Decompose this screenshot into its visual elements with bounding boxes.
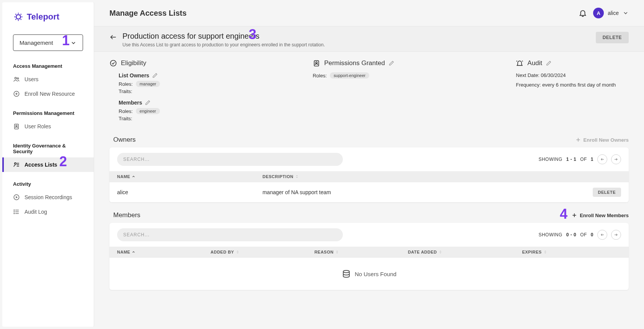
owners-prev-page[interactable]	[597, 154, 607, 164]
sidebar: Teleport Management 1 Access Management …	[2, 2, 94, 327]
pencil-icon[interactable]	[152, 73, 158, 78]
list-icon	[13, 208, 20, 215]
members-panel: Members Enroll New Members 4 SHOWING 0 -…	[109, 211, 629, 290]
plus-icon	[571, 212, 577, 218]
svg-point-8	[15, 163, 16, 165]
sort-icon	[439, 250, 442, 254]
callout-1: 1	[62, 33, 70, 49]
audit-title: Audit	[527, 59, 542, 67]
nav-heading-perms: Permissions Management	[2, 106, 94, 119]
members-search-input[interactable]	[117, 228, 343, 241]
table-row: alice manager of NA support team DELETE	[109, 182, 629, 203]
nav-item-session-recordings[interactable]: Session Recordings	[2, 190, 94, 205]
svg-marker-13	[16, 196, 18, 198]
members-empty-text: No Users Found	[355, 271, 396, 277]
pencil-icon[interactable]	[389, 61, 394, 66]
owner-row-delete-button[interactable]: DELETE	[593, 188, 621, 197]
permissions-roles-chip: support-engineer	[330, 72, 369, 79]
back-arrow-icon[interactable]	[109, 33, 117, 41]
permissions-section: Permissions Granted Roles: support-engin…	[313, 59, 501, 80]
badge-icon	[313, 59, 320, 67]
audit-frequency-label: Frequency:	[516, 82, 541, 88]
sort-asc-icon	[132, 250, 135, 254]
pencil-icon[interactable]	[145, 100, 150, 105]
permissions-roles-label: Roles:	[313, 73, 327, 79]
access-list-title: Production access for support engineers	[122, 32, 325, 41]
svg-point-18	[14, 211, 15, 212]
nav-item-access-lists[interactable]: Access Lists 2	[2, 157, 94, 172]
sort-asc-icon	[132, 175, 135, 178]
owners-col-description[interactable]: DESCRIPTION	[255, 171, 585, 182]
members-next-page[interactable]	[611, 230, 621, 240]
owners-roles-label: Roles:	[119, 81, 133, 87]
nav-item-label: Session Recordings	[24, 194, 72, 200]
members-prev-page[interactable]	[597, 230, 607, 240]
pencil-icon[interactable]	[546, 61, 551, 66]
audit-next-date-value: 06/30/2024	[541, 72, 566, 78]
eligibility-section: Eligibility List Owners Roles: manager T…	[109, 59, 297, 127]
enroll-members-button[interactable]: Enroll New Members	[571, 212, 629, 218]
nav-item-audit-log[interactable]: Audit Log	[2, 205, 94, 219]
members-col-added-by[interactable]: ADDED BY	[203, 247, 307, 258]
play-circle-icon	[13, 194, 20, 201]
users-icon	[13, 76, 20, 83]
check-circle-icon	[109, 59, 117, 67]
sort-icon	[236, 250, 240, 254]
nav-item-label: Audit Log	[24, 209, 47, 215]
members-col-date-added[interactable]: DATE ADDED	[400, 247, 515, 258]
nav-item-label: User Roles	[24, 123, 51, 129]
nav-mode-label: Management	[20, 39, 53, 46]
eligibility-title: Eligibility	[121, 59, 146, 67]
owners-title: Owners	[113, 136, 136, 144]
audit-frequency-value: every 6 months first day of month	[542, 82, 616, 88]
owners-col-name[interactable]: NAME	[109, 171, 255, 182]
svg-point-34	[343, 270, 349, 273]
plus-icon	[575, 137, 581, 143]
svg-point-23	[316, 62, 317, 63]
teleport-logo-icon	[13, 11, 24, 22]
nav-item-user-roles[interactable]: User Roles	[2, 119, 94, 134]
audit-next-date-label: Next Date:	[516, 72, 539, 78]
svg-point-2	[17, 78, 19, 79]
owners-search-input[interactable]	[117, 153, 343, 166]
enroll-owners-label: Enroll New Owners	[584, 137, 629, 143]
delete-access-list-button[interactable]: DELETE	[596, 32, 629, 43]
badge-icon	[13, 123, 20, 130]
members-col-name[interactable]: NAME	[109, 247, 203, 258]
enroll-owners-button[interactable]: Enroll New Owners	[575, 137, 629, 143]
svg-point-17	[14, 210, 15, 211]
chevron-down-icon	[70, 40, 77, 46]
chevron-down-icon	[623, 10, 629, 16]
nav-item-label: Enroll New Resource	[24, 91, 75, 97]
avatar: A	[593, 8, 604, 18]
members-col-expires[interactable]: EXPIRES	[514, 247, 629, 258]
permissions-title: Permissions Granted	[324, 59, 385, 67]
svg-point-0	[16, 15, 21, 19]
members-roles-label: Roles:	[119, 108, 133, 114]
owner-desc-cell: manager of NA support team	[255, 182, 585, 203]
brand-name: Teleport	[27, 12, 59, 22]
svg-point-1	[15, 77, 17, 79]
owners-next-page[interactable]	[611, 154, 621, 164]
owners-roles-chip: manager	[136, 81, 160, 87]
members-col-reason[interactable]: REASON	[307, 247, 400, 258]
notifications-icon[interactable]	[579, 9, 587, 17]
audit-section: Audit Next Date: 06/30/2024 Frequency: e…	[516, 59, 629, 92]
list-owners-label: List Owners	[119, 72, 149, 79]
nav-mode-dropdown[interactable]: Management 1	[13, 34, 83, 51]
owners-panel: Owners Enroll New Owners SHOWING 1 - 1 O…	[109, 136, 629, 202]
nav-heading-activity: Activity	[2, 177, 94, 190]
owners-pager: SHOWING 1 - 1 OF 1	[538, 154, 621, 164]
page-title: Manage Access Lists	[109, 9, 187, 18]
nav-item-label: Users	[24, 76, 39, 82]
brand-logo: Teleport	[2, 2, 94, 31]
members-label: Members	[119, 100, 142, 106]
user-menu[interactable]: A alice	[593, 8, 629, 18]
nav-item-users[interactable]: Users	[2, 72, 94, 87]
members-pager: SHOWING 0 - 0 OF 0	[538, 230, 621, 240]
nav-item-enroll-resource[interactable]: Enroll New Resource	[2, 87, 94, 101]
owners-traits-label: Traits:	[119, 88, 132, 94]
main-content: Manage Access Lists A alice Production a…	[94, 0, 644, 329]
sort-icon	[335, 250, 339, 254]
svg-point-19	[14, 213, 15, 214]
